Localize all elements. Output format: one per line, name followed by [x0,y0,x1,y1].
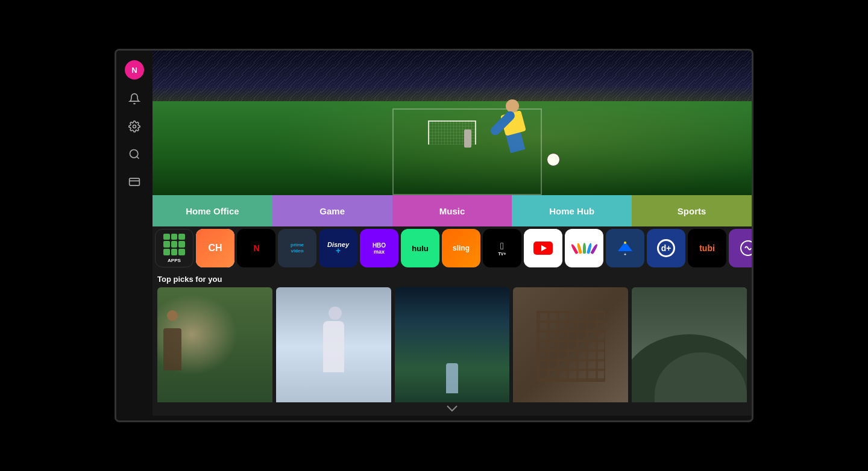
user-avatar[interactable]: N [125,60,144,80]
svg-point-8 [741,241,752,255]
svg-line-2 [137,157,139,159]
svg-point-1 [130,150,138,158]
picks-section: Top picks for you [153,270,752,407]
picks-grid [157,287,747,405]
settings-icon[interactable] [126,118,143,135]
app-youtube[interactable] [524,229,562,267]
pick-card-2[interactable] [276,287,391,405]
category-sports[interactable]: Sports [632,195,752,226]
category-home-hub[interactable]: Home Hub [512,195,632,226]
search-icon[interactable] [126,146,143,163]
sidebar: N [116,51,153,420]
pick-card-4[interactable] [513,287,628,405]
category-game[interactable]: Game [272,195,392,226]
main-content: Home Office Game Music Home Hub Sports [153,51,752,420]
app-hulu[interactable]: hulu [401,229,439,267]
app-extra[interactable] [729,229,752,267]
app-discovery-plus[interactable]: d+ [647,229,685,267]
scroll-indicator [153,402,752,416]
svg-rect-3 [130,178,140,186]
svg-point-0 [133,125,136,128]
app-all-apps[interactable]: APPS [155,229,193,267]
category-music[interactable]: Music [392,195,512,226]
profile-card-icon[interactable] [126,173,143,190]
hero-banner [153,51,752,195]
pick-card-1[interactable] [157,287,272,405]
app-paramount-plus[interactable]: + [606,229,644,267]
picks-title: Top picks for you [157,275,747,284]
pick-card-5[interactable] [632,287,747,405]
tv-screen: N [115,49,753,422]
bell-icon[interactable] [126,90,143,107]
app-hbo-max[interactable]: HBO max [360,229,398,267]
app-apple-tv[interactable]:  TV+ [483,229,521,267]
app-ch[interactable]: CH [196,229,234,267]
svg-point-7 [624,242,626,244]
category-home-office[interactable]: Home Office [153,195,272,226]
app-prime-video[interactable]: primevideo [278,229,316,267]
app-tubi[interactable]: tubi [688,229,726,267]
app-peacock[interactable] [565,229,603,267]
category-row: Home Office Game Music Home Hub Sports [153,195,752,226]
apps-row: APPS CH N primevideo Disney + [153,226,752,270]
pick-card-3[interactable] [395,287,510,405]
app-netflix[interactable]: N [237,229,275,267]
app-disney-plus[interactable]: Disney + [319,229,357,267]
app-sling[interactable]: sling [442,229,480,267]
